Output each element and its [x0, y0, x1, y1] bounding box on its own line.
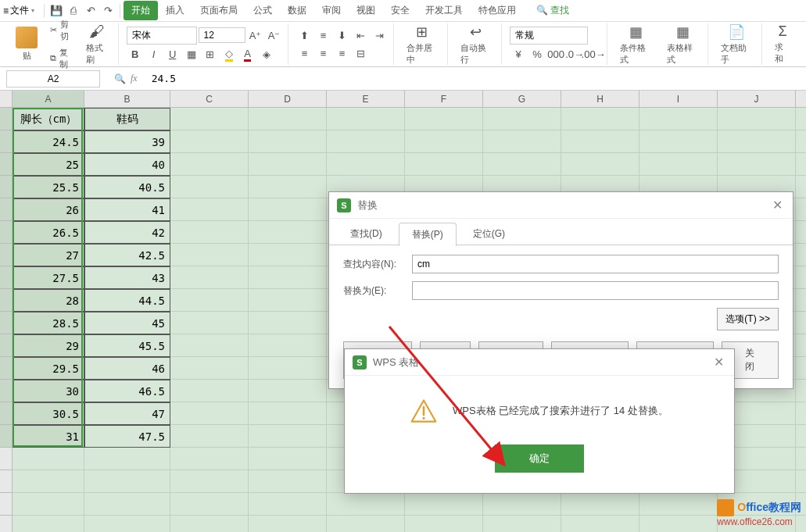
close-icon[interactable]: ✕ — [711, 355, 726, 370]
redo-icon[interactable]: ↷ — [99, 3, 116, 19]
menu-视图[interactable]: 视图 — [349, 1, 383, 20]
cell[interactable] — [639, 493, 718, 516]
percent-button[interactable]: % — [528, 47, 546, 62]
cell[interactable] — [405, 493, 483, 516]
align-top-button[interactable]: ⬆ — [296, 27, 313, 43]
cell[interactable] — [796, 334, 806, 357]
currency-button[interactable]: ¥ — [510, 47, 527, 62]
cell[interactable] — [561, 493, 639, 516]
menu-开发工具[interactable]: 开发工具 — [417, 1, 471, 20]
cell[interactable] — [170, 153, 249, 176]
cell[interactable]: 29.5 — [13, 357, 84, 380]
cell[interactable]: 46.5 — [84, 380, 170, 402]
italic-button[interactable]: I — [145, 47, 163, 62]
cell[interactable] — [170, 289, 249, 312]
cell[interactable] — [718, 108, 796, 130]
cell[interactable]: 39 — [84, 130, 170, 153]
menu-开始[interactable]: 开始 — [124, 1, 158, 20]
fill-color-button[interactable]: ◇ — [220, 47, 238, 62]
cond-format-button[interactable]: ▦条件格式 — [615, 22, 656, 67]
cell[interactable] — [796, 266, 806, 289]
cell[interactable] — [249, 312, 327, 334]
file-menu[interactable]: ≡ 文件 ▾ — [3, 4, 34, 17]
cell[interactable] — [249, 244, 327, 266]
cell[interactable] — [84, 470, 170, 493]
cell[interactable] — [405, 153, 483, 176]
row-header[interactable] — [0, 244, 13, 266]
row-header[interactable] — [0, 493, 13, 516]
cell[interactable] — [249, 130, 327, 153]
cell[interactable]: 28.5 — [13, 312, 84, 334]
print-icon[interactable]: ⎙ — [65, 3, 82, 19]
cell[interactable] — [170, 470, 249, 493]
menu-特色应用[interactable]: 特色应用 — [471, 1, 524, 20]
close-icon[interactable]: ✕ — [769, 198, 785, 213]
cell[interactable] — [796, 289, 806, 312]
cell[interactable] — [13, 516, 84, 532]
cell[interactable] — [170, 221, 249, 244]
cell[interactable] — [796, 244, 806, 266]
row-header[interactable] — [0, 516, 13, 532]
cell[interactable] — [561, 153, 639, 176]
cell[interactable] — [483, 108, 561, 130]
cell[interactable] — [483, 130, 561, 153]
align-bottom-button[interactable]: ⬇ — [334, 27, 351, 43]
number-format-select[interactable]: 常规 — [510, 27, 588, 45]
col-header-D[interactable]: D — [249, 91, 327, 108]
cell[interactable]: 47 — [84, 402, 170, 425]
cell[interactable]: 40.5 — [84, 176, 170, 198]
menu-页面布局[interactable]: 页面布局 — [192, 1, 245, 20]
row-header[interactable] — [0, 470, 13, 493]
align-left-button[interactable]: ≡ — [296, 45, 313, 61]
cell[interactable]: 28 — [13, 289, 84, 312]
replace-input[interactable] — [412, 281, 779, 300]
cell[interactable]: 44.5 — [84, 289, 170, 312]
tab-replace[interactable]: 替换(P) — [399, 223, 457, 246]
cell[interactable] — [561, 108, 639, 130]
border-style-button[interactable]: ⊞ — [202, 47, 219, 62]
cell[interactable]: 45 — [84, 312, 170, 334]
cell[interactable] — [84, 516, 170, 532]
row-header[interactable] — [0, 221, 13, 244]
cell[interactable] — [327, 108, 405, 130]
tab-find[interactable]: 查找(D) — [337, 222, 396, 245]
cell[interactable] — [249, 108, 327, 130]
cell[interactable]: 30 — [13, 380, 84, 402]
col-header-A[interactable]: A — [13, 91, 84, 108]
cell[interactable] — [249, 266, 327, 289]
row-header[interactable] — [0, 425, 13, 448]
cell[interactable] — [249, 402, 327, 425]
alert-titlebar[interactable]: S WPS 表格 ✕ — [345, 349, 734, 376]
options-button[interactable]: 选项(T) >> — [717, 308, 779, 330]
row-header[interactable] — [0, 289, 13, 312]
cell[interactable] — [796, 312, 806, 334]
cell[interactable] — [249, 198, 327, 221]
align-right-button[interactable]: ≡ — [334, 45, 351, 61]
cell[interactable] — [170, 493, 249, 516]
cell[interactable] — [249, 493, 327, 516]
merge-split-button[interactable]: ⊟ — [353, 45, 370, 61]
cell[interactable] — [796, 176, 806, 198]
cell[interactable] — [249, 380, 327, 402]
cell[interactable]: 27 — [13, 244, 84, 266]
cell[interactable] — [327, 493, 405, 516]
cell[interactable] — [405, 108, 483, 130]
search-icon[interactable]: 🔍 — [114, 73, 126, 84]
cell[interactable] — [249, 289, 327, 312]
cell[interactable] — [249, 357, 327, 380]
cell[interactable]: 31 — [13, 425, 84, 448]
row-header[interactable] — [0, 153, 13, 176]
ok-button[interactable]: 确定 — [495, 445, 584, 473]
auto-wrap-button[interactable]: ↩ 自动换行 — [456, 22, 496, 67]
bold-button[interactable]: B — [127, 47, 144, 62]
find-input[interactable] — [412, 255, 779, 273]
cell[interactable] — [561, 130, 639, 153]
cell[interactable] — [327, 516, 405, 532]
row-header[interactable] — [0, 266, 13, 289]
cell[interactable] — [13, 470, 84, 493]
cell[interactable] — [483, 516, 561, 532]
cell[interactable] — [249, 470, 327, 493]
cell[interactable] — [796, 470, 806, 493]
cell[interactable] — [84, 493, 170, 516]
menu-安全[interactable]: 安全 — [383, 1, 417, 20]
